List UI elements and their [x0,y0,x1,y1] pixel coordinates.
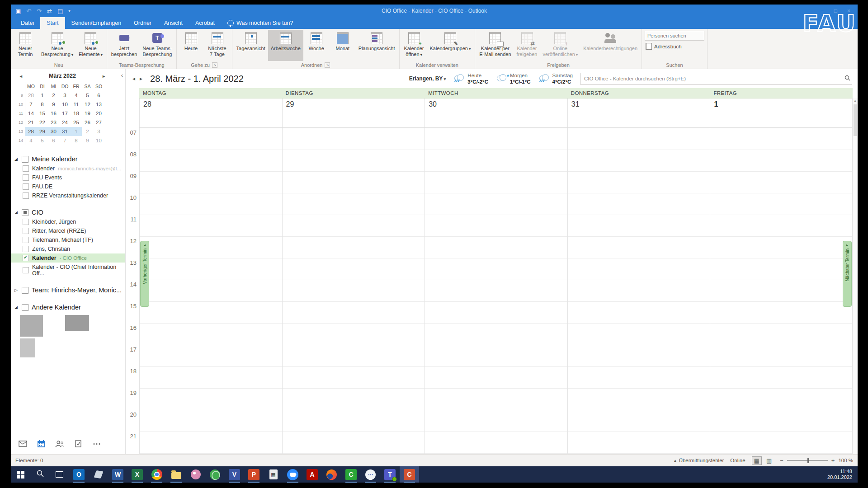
next-week-icon[interactable]: ▸ [137,74,145,84]
tab-ansicht[interactable]: Ansicht [158,17,189,29]
day-column-donnerstag[interactable] [567,128,710,454]
teams-icon[interactable]: T [380,466,400,483]
search-icon[interactable] [30,466,50,483]
calendar-checkbox[interactable] [23,228,29,234]
calendar-list-item[interactable]: Zens, Christian [11,244,125,253]
camtasia-icon[interactable]: C [341,466,361,483]
all-day-cell[interactable] [282,112,425,127]
chrome-icon[interactable] [147,466,166,483]
mini-cal-prev-icon[interactable]: ◂ [18,74,24,79]
zoom-out-button[interactable]: − [780,457,783,464]
mini-cal-day[interactable]: 28 [25,91,37,100]
calendar-checkbox[interactable] [23,183,29,190]
tab-acrobat[interactable]: Acrobat [189,17,221,29]
ribbon-button-nächste-7-tage[interactable]: Nächste7 Tage [204,30,231,61]
start-button[interactable] [11,466,30,483]
zoom-in-button[interactable]: + [831,457,835,464]
mini-cal-day[interactable]: 24 [59,118,71,127]
all-day-cell[interactable] [710,112,853,127]
sidebar-section-header[interactable]: ◢CIO [11,207,125,217]
mini-cal-day[interactable]: 7 [25,100,37,109]
powerpoint-icon[interactable]: P [244,466,264,483]
mini-cal-day[interactable]: 5 [82,91,93,100]
tab-senden-empfangen[interactable]: Senden/Empfangen [65,17,128,29]
day-column-dienstag[interactable] [282,128,425,454]
tab-was-m-chten-sie-tun-[interactable]: Was möchten Sie tun? [221,17,299,29]
mini-cal-day[interactable]: 8 [37,100,48,109]
mini-cal-day[interactable]: 20 [93,109,104,118]
mail-icon[interactable] [18,440,27,448]
collapse-sidebar-icon[interactable]: ‹ [121,72,123,79]
mini-cal-day[interactable]: 2 [82,127,93,136]
calendar-view-button[interactable]: ▦ [752,456,762,465]
chat-app-icon[interactable]: ⋯ [361,466,380,483]
vertical-scrollbar[interactable]: ▲ [852,98,858,454]
mini-cal-day[interactable]: 4 [71,91,82,100]
calendar-list-item[interactable]: Kleinöder, Jürgen [11,217,125,226]
expanded-twisty-icon[interactable]: ◢ [14,210,19,215]
collapsed-twisty-icon[interactable]: ▷ [14,288,19,292]
ribbon-button-jetzt-besprechen[interactable]: Jetztbesprechen [108,30,140,61]
redo-icon[interactable]: ↷ [37,8,42,14]
ribbon-button-kalender-per-e-mail-senden[interactable]: Kalender perE-Mail senden [476,30,514,61]
calendar-list-item[interactable]: Ritter, Marcel (RRZE) [11,226,125,235]
undo-icon[interactable]: ↶ [26,8,31,14]
globe-app-icon[interactable] [205,466,225,483]
mini-cal-day[interactable]: 31 [59,127,71,136]
calendar-checkbox[interactable] [23,255,29,261]
calendar-list-item[interactable]: Kalendermonica.hinrichs-mayer@f... [11,164,125,173]
tab-datei[interactable]: Datei [14,17,40,29]
mini-cal-day[interactable]: 9 [82,136,93,145]
snip-icon[interactable] [89,466,108,483]
visio-icon[interactable]: V [225,466,244,483]
more-icon[interactable] [92,440,101,448]
day-column-mittwoch[interactable] [425,128,567,454]
mini-cal-day[interactable]: 22 [37,118,48,127]
calendar-checkbox[interactable] [23,192,29,199]
ribbon-button-tagesansicht[interactable]: Tagesansicht [234,30,268,61]
calendar-checkbox[interactable] [23,165,29,172]
scroll-up-icon[interactable]: ▲ [853,99,858,102]
mini-cal-next-icon[interactable]: ▸ [101,74,107,79]
dialog-launcher-icon[interactable]: ↘ [325,62,330,68]
all-day-cell[interactable] [567,112,710,127]
ribbon-button-neuer-termin[interactable]: NeuerTermin [12,30,38,61]
section-checkbox[interactable] [22,287,28,294]
taskbar-clock[interactable]: 11:48 20.01.2022 [827,469,858,480]
mini-cal-day[interactable]: 5 [37,136,48,145]
recorder-icon[interactable]: C [400,466,419,483]
tab-ordner[interactable]: Ordner [127,17,158,29]
mini-cal-day[interactable]: 1 [71,127,82,136]
zoom-slider-handle[interactable] [807,458,809,463]
calendar-list-item[interactable]: Kalender- CIO Office [11,253,125,263]
mini-cal-day[interactable]: 10 [59,100,71,109]
browser-icon[interactable] [322,466,341,483]
send-receive-icon[interactable]: ⇄ [47,8,52,14]
calculator-icon[interactable]: ▦ [264,466,283,483]
ribbon-button-arbeitswoche[interactable]: Arbeitswoche [268,30,303,61]
mini-cal-day[interactable]: 16 [48,109,59,118]
mini-cal-day[interactable]: 10 [93,136,104,145]
sidebar-section-header[interactable]: ◢Meine Kalender [11,154,125,164]
zoom-slider[interactable] [787,460,828,461]
mini-cal-day[interactable]: 11 [71,100,82,109]
mini-cal-day[interactable]: 12 [82,100,93,109]
ribbon-button-kalendergruppen[interactable]: ✎Kalendergruppen ▾ [427,30,474,61]
day-column-freitag[interactable] [710,128,853,454]
mini-cal-day[interactable]: 18 [71,109,82,118]
sidebar-section-header[interactable]: ◢Andere Kalender [11,302,125,312]
calendar-checkbox[interactable] [23,174,29,181]
acrobat-icon[interactable]: A [302,466,322,483]
dialog-launcher-icon[interactable]: ↘ [212,62,217,68]
mini-cal-day[interactable]: 23 [48,118,59,127]
task-view-icon[interactable] [50,466,69,483]
calendar-checkbox[interactable] [23,267,29,273]
mini-cal-day[interactable]: 9 [48,100,59,109]
calendar-list-item[interactable]: RRZE Veranstaltungskalender [11,191,125,200]
section-checkbox[interactable] [22,209,28,216]
all-day-cell[interactable] [425,112,567,127]
prev-week-icon[interactable]: ◂ [130,74,137,84]
day-column-montag[interactable] [139,128,282,454]
mini-cal-day[interactable]: 26 [82,118,93,127]
scrollbar-thumb[interactable] [854,104,857,136]
